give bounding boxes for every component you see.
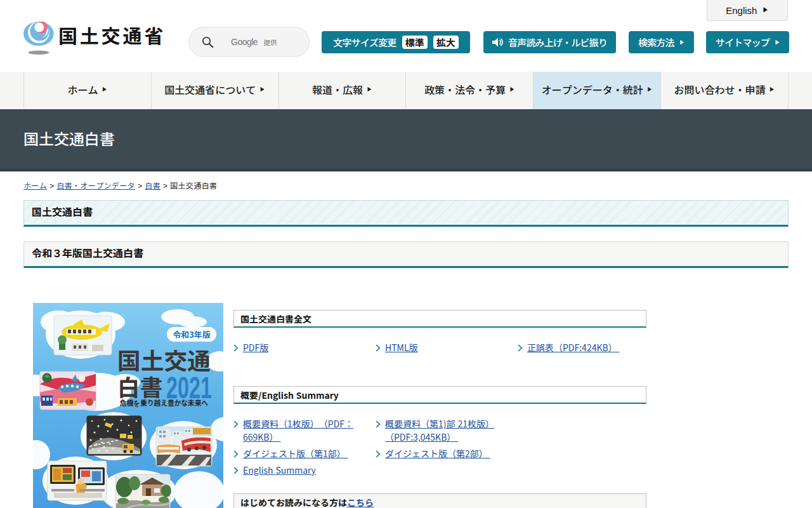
svg-text:令和3年版: 令和3年版: [173, 328, 211, 340]
svg-text:危機を乗り越え豊かな未来へ: 危機を乗り越え豊かな未来へ: [120, 397, 208, 408]
